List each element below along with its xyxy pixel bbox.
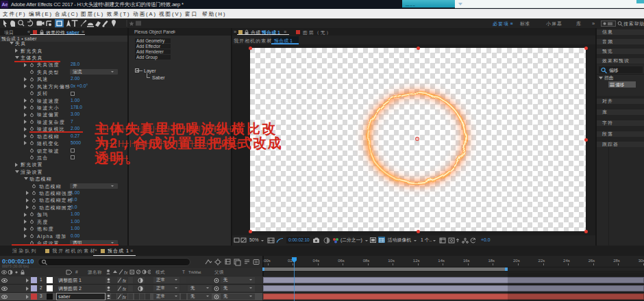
svg-text:fx: fx (123, 278, 127, 283)
svg-text:fx: fx (123, 287, 127, 291)
svg-text:fx: fx (124, 270, 128, 275)
svg-text:fx: fx (123, 295, 127, 300)
